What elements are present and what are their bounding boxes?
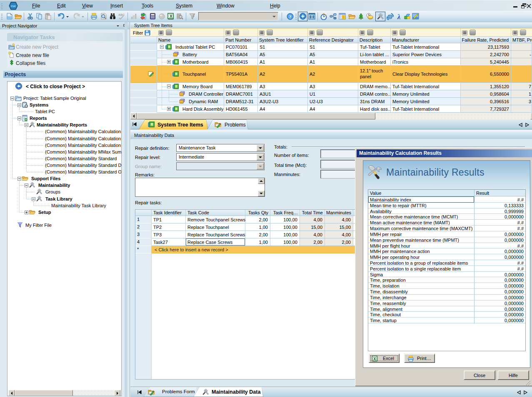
svg-text:?: ? (289, 14, 292, 19)
svg-text:PSE: PSE (11, 5, 16, 7)
svg-text:λ: λ (397, 13, 401, 20)
